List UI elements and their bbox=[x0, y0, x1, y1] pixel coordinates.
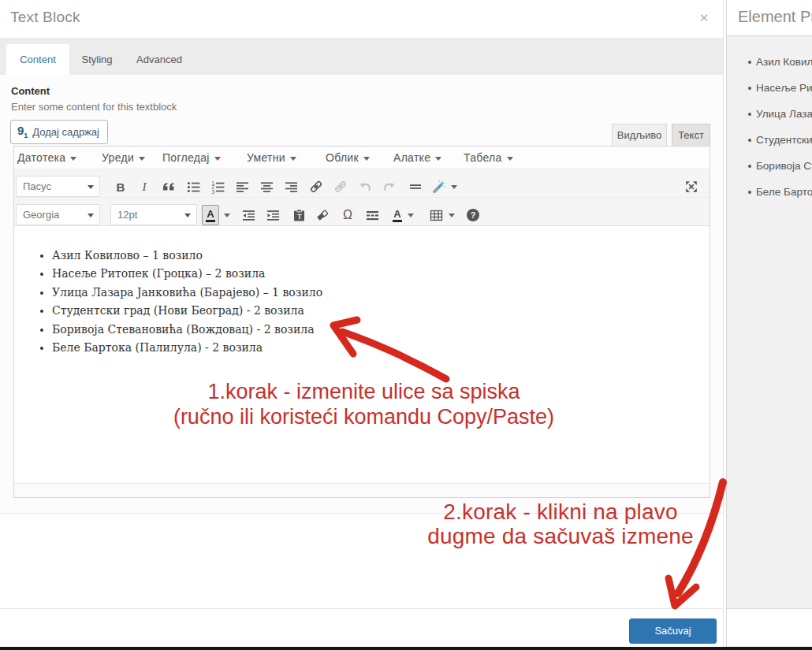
panel-title: Element Preview bbox=[738, 8, 812, 26]
table-icon[interactable] bbox=[425, 205, 447, 225]
align-right-icon[interactable] bbox=[280, 176, 302, 197]
chevron-down-icon bbox=[363, 157, 370, 161]
element-preview-panel: Element Preview Азил Ковилово – 1 возило… bbox=[726, 0, 812, 647]
redo-icon[interactable] bbox=[378, 176, 400, 197]
align-left-icon[interactable] bbox=[231, 176, 253, 197]
menu-label: Уреди bbox=[102, 151, 134, 164]
preview-item: Насеље Ритопек (Гроцка) – 2 возила bbox=[756, 75, 812, 101]
paragraph-format-dropdown[interactable]: Пасус bbox=[16, 176, 100, 197]
menu-format[interactable]: Облик bbox=[326, 147, 370, 169]
tab-advanced[interactable]: Advanced bbox=[125, 44, 194, 75]
link-icon[interactable] bbox=[305, 176, 327, 197]
chevron-down-icon[interactable] bbox=[408, 205, 415, 225]
numbered-list-icon[interactable]: 123 bbox=[207, 176, 229, 197]
chevron-down-icon[interactable] bbox=[224, 205, 232, 225]
add-content-label: Додај садржај bbox=[32, 126, 99, 138]
menu-insert[interactable]: Уметни bbox=[247, 147, 296, 169]
unlink-icon[interactable] bbox=[330, 176, 352, 197]
svg-text:3: 3 bbox=[211, 188, 214, 193]
editor-text-tab[interactable]: Текст bbox=[672, 124, 710, 147]
field-label: Content bbox=[11, 85, 50, 97]
editor-bullet-list: Азил Ковилово – 1 возило Насеље Ритопек … bbox=[14, 247, 710, 357]
list-item: Боривоја Стевановића (Вождовац) - 2 вози… bbox=[52, 321, 710, 339]
chevron-down-icon[interactable] bbox=[449, 205, 456, 225]
dropdown-value: Georgia bbox=[23, 209, 59, 221]
bottom-edge-strip bbox=[0, 647, 812, 650]
svg-text:?: ? bbox=[471, 210, 476, 220]
editor-visual-tab[interactable]: Видљиво bbox=[612, 124, 667, 147]
paste-text-icon[interactable]: T bbox=[288, 205, 310, 225]
footer-divider bbox=[0, 608, 724, 609]
annotation-step2-line2: dugme da sačuvaš izmene bbox=[324, 524, 797, 548]
fullscreen-icon[interactable] bbox=[680, 176, 702, 197]
editor-toolbar-row1: Пасус B I 123 bbox=[14, 169, 710, 198]
chevron-down-icon bbox=[435, 157, 441, 161]
field-description: Enter some content for this textblock bbox=[11, 101, 177, 113]
menu-label: Датотека bbox=[17, 151, 65, 164]
clear-formatting-icon[interactable] bbox=[311, 205, 333, 225]
shortcode-wand-icon[interactable] bbox=[428, 176, 450, 197]
text-block-modal: Text Block ✕ Content Styling Advanced Co… bbox=[0, 0, 724, 647]
svg-text:T: T bbox=[297, 213, 302, 221]
align-center-icon[interactable] bbox=[255, 176, 277, 197]
italic-icon[interactable]: I bbox=[133, 176, 155, 197]
indent-icon[interactable] bbox=[262, 205, 284, 225]
menu-edit[interactable]: Уреди bbox=[102, 147, 145, 169]
tab-content-label[interactable]: Content bbox=[6, 44, 69, 75]
chevron-down-icon bbox=[88, 214, 94, 217]
font-color-icon[interactable]: A bbox=[386, 205, 408, 225]
dropdown-value: 12pt bbox=[117, 209, 137, 221]
tab-styling[interactable]: Styling bbox=[69, 44, 125, 75]
menu-label: Алатке bbox=[393, 151, 430, 164]
list-item: Улица Лазара Јанковића (Барајево) – 1 во… bbox=[52, 284, 710, 302]
undo-icon[interactable] bbox=[354, 176, 376, 197]
menu-tools[interactable]: Алатке bbox=[393, 147, 441, 169]
menu-label: Табела bbox=[464, 151, 502, 164]
menu-file[interactable]: Датотека bbox=[17, 147, 76, 169]
preview-item: Азил Ковилово – 1 возило bbox=[756, 49, 812, 75]
menu-label: Облик bbox=[326, 151, 359, 164]
color-letter: A bbox=[393, 209, 401, 222]
list-item: Насеље Ритопек (Гроцка) – 2 возила bbox=[52, 265, 710, 283]
menu-view[interactable]: Погледај bbox=[162, 147, 221, 169]
annotation-step1-line1: 1.korak - izmenite ulice sa spiska bbox=[127, 379, 601, 404]
annotation-step2-line1: 2.korak - klikni na plavo bbox=[324, 500, 797, 524]
close-icon[interactable]: ✕ bbox=[697, 11, 711, 25]
read-more-icon[interactable] bbox=[361, 205, 383, 225]
color-letter: A bbox=[206, 209, 214, 222]
editor-toolbar-row2: Georgia 12pt A T bbox=[14, 198, 710, 226]
menu-label: Уметни bbox=[247, 151, 285, 164]
text-color-button[interactable]: A bbox=[202, 205, 219, 225]
menu-label: Погледај bbox=[162, 151, 210, 164]
panel-header: Element Preview bbox=[727, 0, 812, 36]
modal-tab-bar: Content Styling Advanced bbox=[0, 38, 723, 75]
bold-icon[interactable]: B bbox=[110, 176, 132, 197]
editor-content[interactable]: Азил Ковилово – 1 возило Насеље Ритопек … bbox=[14, 226, 710, 483]
horizontal-rule-icon[interactable] bbox=[404, 176, 426, 197]
chevron-down-icon bbox=[139, 157, 145, 161]
editor-menubar: Датотека Уреди Погледај Уметни Облик Ала… bbox=[14, 147, 710, 169]
fusion-builder-icon: 91 bbox=[17, 124, 28, 139]
preview-item: Боривоја Стевановића (Вождовац) - 2 вози… bbox=[756, 153, 812, 179]
chevron-down-icon bbox=[214, 157, 221, 161]
modal-title-bar: Text Block ✕ bbox=[0, 0, 723, 38]
chevron-down-icon[interactable] bbox=[451, 176, 459, 197]
list-item: Азил Ковилово – 1 возило bbox=[52, 247, 710, 265]
blockquote-icon[interactable] bbox=[158, 176, 180, 197]
menu-table[interactable]: Табела bbox=[464, 147, 513, 169]
annotation-step2: 2.korak - klikni na plavo dugme da sačuv… bbox=[324, 500, 797, 548]
help-icon[interactable]: ? bbox=[462, 205, 484, 225]
dropdown-value: Пасус bbox=[23, 180, 51, 192]
outdent-icon[interactable] bbox=[237, 205, 259, 225]
chevron-down-icon bbox=[88, 185, 94, 189]
add-content-button[interactable]: 91 Додај садржај bbox=[10, 120, 108, 144]
font-family-dropdown[interactable]: Georgia bbox=[16, 204, 100, 225]
font-size-dropdown[interactable]: 12pt bbox=[110, 204, 197, 225]
editor-statusbar bbox=[14, 483, 710, 497]
save-button[interactable]: Sačuvaj bbox=[629, 618, 717, 644]
modal-title: Text Block bbox=[10, 9, 80, 26]
preview-bullet-list: Азил Ковилово – 1 возило Насеље Ритопек … bbox=[727, 49, 812, 205]
special-char-icon[interactable]: Ω bbox=[337, 205, 359, 225]
annotation-step1: 1.korak - izmenite ulice sa spiska (ručn… bbox=[127, 379, 601, 429]
bullet-list-icon[interactable] bbox=[182, 176, 204, 197]
